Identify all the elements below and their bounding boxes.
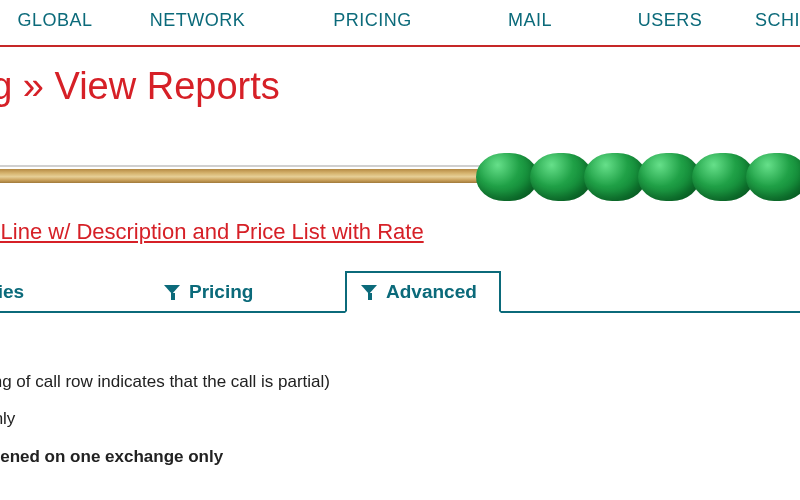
bead-icon: [476, 153, 538, 201]
note-line-only: e only: [0, 400, 800, 437]
hero: ng » View Reports: [0, 47, 800, 167]
nav-item-network[interactable]: NETWORK: [110, 10, 285, 31]
nav-item-mail[interactable]: MAIL: [460, 10, 600, 31]
nav-item-users[interactable]: USERS: [600, 10, 740, 31]
report-subheading-link[interactable]: ng Line w/ Description and Price List wi…: [0, 219, 800, 245]
filter-tabs: rties Pricing Advanced: [0, 271, 800, 313]
funnel-icon: [164, 285, 181, 300]
note-line-partial-call: nning of call row indicates that the cal…: [0, 363, 800, 400]
filter-tab-label: Advanced: [386, 281, 477, 303]
funnel-icon: [361, 285, 378, 300]
filter-tab-parties[interactable]: rties: [0, 271, 46, 313]
filter-tab-pricing[interactable]: Pricing: [150, 271, 275, 313]
filter-tab-label: Pricing: [189, 281, 253, 303]
note-line-one-exchange: appened on one exchange only: [0, 438, 800, 475]
page-title: ng » View Reports: [0, 47, 800, 108]
bead-icon: [638, 153, 700, 201]
bead-icon: [692, 153, 754, 201]
filter-notes: nning of call row indicates that the cal…: [0, 363, 800, 475]
bead-icon: [530, 153, 592, 201]
abacus-beads: [484, 153, 800, 201]
nav-item-pricing[interactable]: PRICING: [285, 10, 460, 31]
nav-item-global[interactable]: GLOBAL: [0, 10, 110, 31]
top-nav: GLOBAL NETWORK PRICING MAIL USERS SCHI: [0, 0, 800, 47]
nav-item-sch[interactable]: SCHI: [740, 10, 800, 31]
filter-tab-advanced[interactable]: Advanced: [345, 271, 501, 313]
filter-tab-label: rties: [0, 281, 24, 303]
bead-icon: [584, 153, 646, 201]
bead-icon: [746, 153, 800, 201]
